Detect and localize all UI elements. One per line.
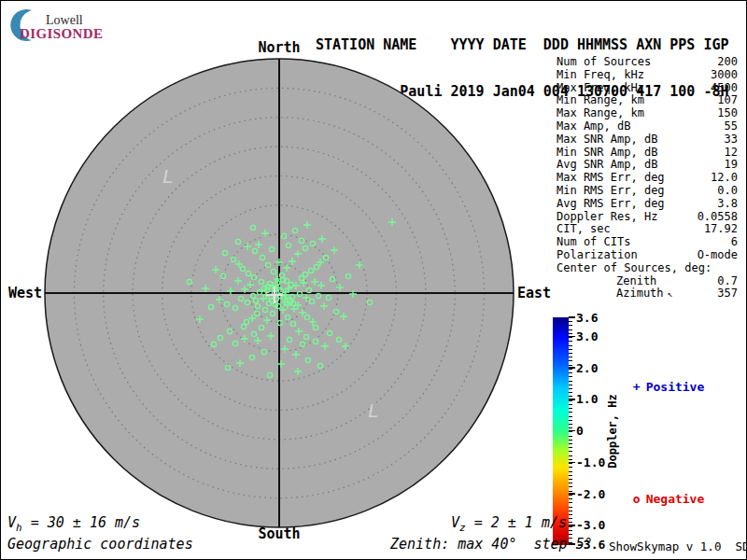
colorbar-minor-tick [569,333,572,334]
colorbar-minor-tick [569,498,572,499]
colorbar-minor-tick [569,436,572,437]
colorbar-minor-tick [569,463,572,464]
colorbar-minor-tick [569,447,572,448]
colorbar-minor-tick [569,337,572,338]
colorbar-minor-tick [569,345,572,346]
colorbar-minor-tick [569,369,572,370]
colorbar-minor-tick [569,507,572,508]
l-annotation-northwest: L [162,165,174,188]
colorbar-minor-tick [569,427,572,428]
colorbar-minor-tick [569,491,572,492]
colorbar-minor-tick [569,381,572,382]
colorbar-minor-tick [569,388,572,389]
colorbar-minor-tick [569,522,572,523]
colorbar-minor-tick [569,400,572,401]
colorbar-minor-tick [569,404,572,405]
colorbar-tick-label: 0 [576,425,584,437]
colorbar-minor-tick [569,392,572,393]
colorbar-minor-tick [569,408,572,409]
colorbar-minor-tick [569,376,572,377]
doppler-axis-label: Doppler, Hz [606,394,619,468]
colorbar-minor-tick [569,530,572,531]
colorbar-minor-tick [569,514,572,515]
colorbar-tick-label: 3.0 [576,330,598,343]
colorbar-minor-tick [569,475,572,476]
colorbar-minor-tick [569,467,572,468]
legend-positive: +Positive [618,366,704,394]
legend-negative: oNegative [618,478,704,506]
colorbar-minor-tick [569,372,572,373]
colorbar-minor-tick [569,412,572,413]
colorbar-minor-tick [569,325,572,326]
vz-symbol: V [451,514,459,531]
vh-subscript: h [16,522,22,534]
plus-marker-icon: + [633,380,646,394]
colorbar-major-tick [569,399,575,400]
colorbar-minor-tick [569,431,572,432]
colorbar-major-tick [569,525,575,526]
colorbar-minor-tick [569,329,572,330]
colorbar-minor-tick [569,357,572,357]
colorbar-minor-tick [569,321,572,322]
colorbar-minor-tick [569,385,572,385]
colorbar-minor-tick [569,459,572,460]
colorbar-minor-tick [569,502,572,503]
software-version: ShowSkymap v 1.0 SD v 5.1 [609,539,747,553]
vh-value: = 30 ± 16 m/s [22,514,140,531]
colorbar-minor-tick [569,483,572,483]
doppler-colorbar [553,317,569,545]
colorbar-minor-tick [569,341,572,342]
vz-value: = 2 ± 1 m/s [466,514,567,531]
colorbar-minor-tick [569,360,572,361]
colorbar-major-tick [569,430,575,432]
colorbar-minor-tick [569,349,572,350]
coordinates-note: Geographic coordinates [7,536,193,553]
colorbar-major-tick [569,316,575,318]
colorbar-tick-label: 1.0 [576,393,598,405]
vh-symbol: V [7,514,16,531]
colorbar-minor-tick [569,416,572,417]
colorbar-minor-tick [569,511,572,511]
colorbar-minor-tick [569,455,572,456]
l-annotation-southeast: L [368,399,379,422]
horizontal-velocity-readout: Vh = 30 ± 16 m/s [7,514,140,534]
colorbar-major-tick [569,336,575,338]
colorbar-tick-label: -2.0 [576,488,605,500]
legend-negative-label: Negative [646,492,705,506]
colorbar-minor-tick [569,424,572,425]
circle-marker-icon: o [633,492,646,506]
compass-west-label: West [8,285,42,301]
colorbar-minor-tick [569,479,572,480]
colorbar-minor-tick [569,396,572,397]
colorbar-tick-label: -1.0 [576,456,605,469]
vz-subscript: z [459,522,466,534]
colorbar-minor-tick [569,486,572,487]
vertical-velocity-readout: Vz = 2 ± 1 m/s [451,514,567,534]
colorbar-major-tick [569,462,575,464]
colorbar-minor-tick [569,353,572,354]
compass-north-label: North [258,39,300,56]
compass-south-label: South [258,525,300,542]
colorbar-tick-label: -3.0 [576,519,605,531]
skymap-plot: L L [0,0,747,560]
colorbar-minor-tick [569,440,572,441]
colorbar-major-tick [569,493,575,495]
colorbar-minor-tick [569,471,572,472]
colorbar-minor-tick [569,443,572,444]
colorbar-minor-tick [569,365,572,366]
zenith-range-note: Zenith: max 40° step 5° [390,536,593,553]
colorbar-minor-tick [569,451,572,452]
colorbar-minor-tick [569,526,572,527]
colorbar-tick-label: 2.0 [576,362,598,374]
colorbar-tick-label: 3.6 [576,312,598,324]
colorbar-minor-tick [569,495,572,496]
legend-positive-label: Positive [646,380,705,394]
colorbar-minor-tick [569,420,572,421]
colorbar-minor-tick [569,534,572,535]
colorbar-major-tick [569,367,575,369]
compass-east-label: East [517,285,551,301]
colorbar-minor-tick [569,518,572,519]
